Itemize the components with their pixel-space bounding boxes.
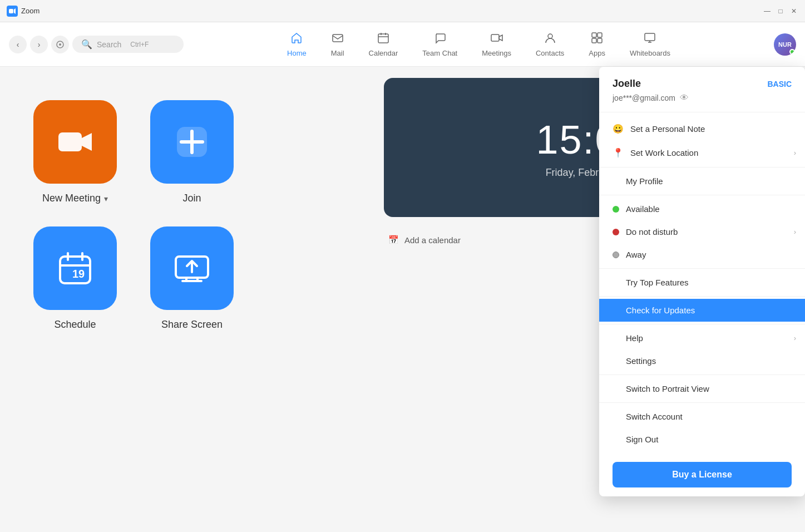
action-item-new-meeting[interactable]: New Meeting▾ <box>33 100 117 204</box>
buy-license-button[interactable]: Buy a License <box>613 462 792 487</box>
user-avatar-button[interactable]: NUR <box>774 33 796 56</box>
dropdown-item-sign-out[interactable]: Sign Out <box>599 428 805 451</box>
tab-apps-label: Apps <box>589 49 605 57</box>
forward-button[interactable]: › <box>30 36 48 53</box>
dropdown-item-settings[interactable]: Settings <box>599 349 805 372</box>
nav-bar: ‹ › 🔍 Search Ctrl+F HomeMailCalendarTeam… <box>0 22 805 67</box>
do-not-disturb-status-dot <box>613 229 619 235</box>
dropdown-divider <box>599 268 805 269</box>
svg-rect-5 <box>378 34 388 43</box>
dropdown-item-switch-account[interactable]: Switch Account <box>599 405 805 428</box>
dropdown-plan: BASIC <box>767 80 792 88</box>
set-work-location-label: Set Work Location <box>630 148 698 157</box>
chevron-right-icon: › <box>794 149 796 157</box>
dropdown-item-check-for-updates[interactable]: Check for Updates <box>599 299 805 322</box>
share-screen-button[interactable] <box>150 226 234 310</box>
calendar-icon: 📅 <box>388 235 399 245</box>
dropdown-divider <box>599 296 805 297</box>
dropdown-divider <box>599 167 805 168</box>
svg-rect-11 <box>597 38 602 43</box>
meetings-icon <box>491 32 503 47</box>
dropdown-user-row: Joelle BASIC <box>613 78 792 90</box>
tab-whiteboards-label: Whiteboards <box>630 49 670 57</box>
zoom-icon <box>7 6 18 17</box>
dropdown-item-switch-portrait-view[interactable]: Switch to Portrait View <box>599 377 805 400</box>
svg-rect-12 <box>645 33 655 41</box>
tab-mail[interactable]: Mail <box>320 27 355 62</box>
tab-home[interactable]: Home <box>276 27 318 62</box>
mail-icon <box>332 32 344 47</box>
dropdown-divider <box>599 402 805 403</box>
join-label: Join <box>182 193 201 204</box>
dropdown-item-try-top-features[interactable]: Try Top Features <box>599 271 805 294</box>
help-label: Help <box>626 333 643 343</box>
whiteboards-icon <box>644 32 656 47</box>
dropdown-item-help[interactable]: Help› <box>599 327 805 349</box>
nav-tabs: HomeMailCalendarTeam ChatMeetingsContact… <box>184 27 774 62</box>
dropdown-email-row: joe***@gmail.com 👁 <box>613 93 792 103</box>
online-status-dot <box>789 49 795 55</box>
tab-meetings[interactable]: Meetings <box>471 27 522 62</box>
dropdown-divider <box>599 195 805 195</box>
user-dropdown-menu: Joelle BASIC joe***@gmail.com 👁 😀Set a P… <box>599 67 805 496</box>
svg-point-3 <box>59 43 61 46</box>
dropdown-items: 😀Set a Personal Note📍Set Work Location›M… <box>599 112 805 455</box>
title-bar: Zoom — □ ✕ <box>0 0 805 22</box>
svg-marker-1 <box>14 8 16 14</box>
minimize-button[interactable]: — <box>763 7 772 16</box>
my-profile-label: My Profile <box>626 176 663 186</box>
tab-calendar-label: Calendar <box>369 49 398 57</box>
calendar-icon <box>377 32 389 47</box>
action-item-join[interactable]: Join <box>150 100 234 204</box>
close-button[interactable]: ✕ <box>789 7 798 16</box>
search-box[interactable]: 🔍 Search Ctrl+F <box>72 36 184 53</box>
contacts-icon <box>544 32 556 47</box>
svg-rect-8 <box>592 33 596 37</box>
tab-teamchat-label: Team Chat <box>422 49 457 57</box>
back-button[interactable]: ‹ <box>9 36 27 53</box>
action-item-schedule[interactable]: 19Schedule <box>33 226 117 331</box>
dropdown-item-set-work-location[interactable]: 📍Set Work Location› <box>599 141 805 165</box>
set-work-location-icon: 📍 <box>613 147 624 158</box>
left-panel: New Meeting▾Join19ScheduleShare Screen <box>0 67 373 532</box>
maximize-button[interactable]: □ <box>776 7 785 16</box>
avatar-initials: NUR <box>778 41 792 48</box>
svg-rect-6 <box>491 35 499 41</box>
home-icon <box>290 32 303 47</box>
pin-button[interactable] <box>51 36 69 53</box>
action-item-share-screen[interactable]: Share Screen <box>150 226 234 331</box>
svg-text:19: 19 <box>72 268 85 280</box>
tab-contacts[interactable]: Contacts <box>525 27 575 62</box>
chevron-right-icon: › <box>794 334 796 342</box>
set-personal-note-label: Set a Personal Note <box>630 124 705 134</box>
tab-apps[interactable]: Apps <box>577 27 616 62</box>
dropdown-item-away[interactable]: Away <box>599 243 805 266</box>
away-label: Away <box>626 250 646 259</box>
new-meeting-button[interactable] <box>33 100 117 184</box>
dropdown-item-do-not-disturb[interactable]: Do not disturb› <box>599 220 805 243</box>
svg-rect-13 <box>58 132 82 151</box>
chevron-down-icon: ▾ <box>104 194 108 203</box>
schedule-button[interactable]: 19 <box>33 226 117 310</box>
dropdown-item-my-profile[interactable]: My Profile <box>599 170 805 193</box>
check-for-updates-label: Check for Updates <box>626 306 695 315</box>
svg-rect-0 <box>9 9 13 13</box>
app-logo: Zoom <box>7 6 39 17</box>
available-status-dot <box>613 206 619 213</box>
tab-teamchat[interactable]: Team Chat <box>411 27 468 62</box>
tab-calendar[interactable]: Calendar <box>358 27 409 62</box>
search-icon: 🔍 <box>81 39 92 50</box>
share-screen-label: Share Screen <box>161 319 223 331</box>
try-top-features-label: Try Top Features <box>626 278 689 287</box>
dropdown-item-available[interactable]: Available <box>599 198 805 220</box>
app-name-label: Zoom <box>21 7 39 15</box>
join-button[interactable] <box>150 100 234 184</box>
tab-whiteboards[interactable]: Whiteboards <box>619 27 681 62</box>
svg-rect-10 <box>592 38 596 43</box>
do-not-disturb-label: Do not disturb <box>626 227 678 237</box>
nav-bar-wrapper: ‹ › 🔍 Search Ctrl+F HomeMailCalendarTeam… <box>0 22 805 67</box>
eye-icon[interactable]: 👁 <box>680 93 689 103</box>
dropdown-item-set-personal-note[interactable]: 😀Set a Personal Note <box>599 117 805 141</box>
svg-point-7 <box>548 34 552 38</box>
window-controls: — □ ✕ <box>763 7 798 16</box>
